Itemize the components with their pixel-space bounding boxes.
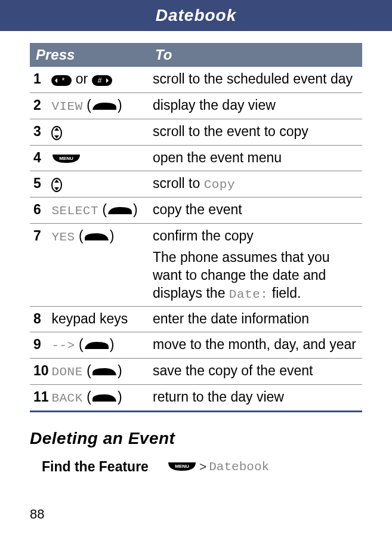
soft-key-label: YES: [51, 230, 75, 244]
col-press: Press: [30, 43, 149, 67]
svg-rect-3: [92, 75, 112, 86]
menu-key-icon: MENU: [51, 150, 81, 168]
table-row: 8 keypad keys enter the date information: [30, 307, 362, 332]
table-row: 7 YES ( ) confirm the copy The phone ass…: [30, 224, 362, 307]
svg-marker-11: [54, 180, 59, 183]
step-description: return to the day view: [149, 384, 362, 411]
step-number: 10: [33, 362, 48, 380]
left-soft-icon: [91, 363, 118, 381]
press-text: keypad keys: [51, 311, 128, 326]
left-soft-icon: [84, 228, 110, 246]
step-number: 5: [33, 175, 48, 193]
step-extra: The phone assumes that you want to chang…: [153, 245, 356, 303]
step-description: scroll to the event to copy: [149, 119, 362, 145]
or-text: or: [76, 71, 92, 87]
step-number: 3: [33, 123, 48, 141]
table-row: 6 SELECT ( ) copy the event: [30, 197, 362, 224]
right-soft-icon: [84, 337, 110, 354]
table-row: 2 VIEW ( ) display the day view: [30, 92, 362, 119]
soft-key-label: BACK: [51, 391, 82, 405]
table-row: 3 scroll to the event to copy: [30, 119, 362, 145]
step-description: display the day view: [149, 92, 362, 119]
page-title: Datebook: [156, 6, 237, 24]
table-row: 4 MENU open the event menu: [30, 145, 362, 171]
step-number: 7: [33, 227, 48, 245]
svg-text:MENU: MENU: [60, 156, 74, 161]
step-description: copy the event: [149, 197, 362, 224]
table-row: 11 BACK ( ) return to the day view: [30, 384, 362, 411]
step-description: save the copy of the event: [149, 358, 362, 384]
step-description: confirm the copy: [153, 227, 356, 245]
nav-scroll-icon: [51, 175, 62, 193]
col-to: To: [149, 43, 362, 67]
step-number: 1: [33, 70, 48, 88]
soft-key-label: DONE: [51, 365, 82, 379]
soft-key-label: SELECT: [51, 204, 98, 218]
left-soft-icon: [91, 389, 118, 407]
feature-path: Datebook: [209, 460, 269, 474]
table-header-row: Press To: [30, 43, 362, 67]
svg-text:#: #: [97, 76, 101, 85]
step-number: 11: [33, 388, 48, 406]
hash-key-icon: #: [92, 71, 112, 89]
step-number: 4: [33, 149, 48, 167]
soft-key-label: VIEW: [51, 100, 82, 113]
step-description: scroll to: [153, 175, 204, 191]
step-description: open the event menu: [149, 145, 362, 171]
step-description: enter the date information: [149, 307, 362, 332]
page-number: 88: [30, 507, 44, 522]
table-row: 5 scroll to Copy: [30, 171, 362, 197]
menu-key-icon: MENU: [167, 461, 197, 473]
step-number: 6: [33, 201, 48, 219]
table-row: 1 * or # scroll to the scheduled event d…: [30, 67, 362, 92]
svg-text:MENU: MENU: [175, 464, 189, 469]
soft-text: Copy: [204, 178, 235, 192]
step-number: 9: [33, 336, 48, 354]
right-soft-icon: [91, 97, 118, 115]
step-number: 2: [33, 97, 48, 115]
page-header: Datebook: [0, 0, 392, 31]
step-description: scroll to the scheduled event day: [149, 67, 362, 92]
step-number: 8: [33, 310, 48, 328]
gt-separator: >: [199, 459, 206, 474]
steps-table: Press To 1 * or #: [30, 43, 362, 412]
star-key-icon: *: [51, 71, 72, 89]
soft-key-label: -->: [51, 339, 75, 353]
table-row: 9 --> ( ) move to the month, day, and ye…: [30, 332, 362, 359]
find-feature-label: Find the Feature: [42, 459, 167, 475]
nav-scroll-icon: [51, 124, 62, 141]
section-heading: Deleting an Event: [30, 429, 362, 448]
svg-marker-8: [54, 135, 59, 138]
content-area: Press To 1 * or #: [0, 31, 392, 475]
svg-marker-7: [54, 128, 59, 131]
find-feature-line: Find the Feature MENU > Datebook: [42, 459, 362, 475]
svg-text:*: *: [62, 76, 65, 85]
table-row: 10 DONE ( ) save the copy of the event: [30, 358, 362, 384]
svg-marker-12: [54, 187, 59, 190]
step-description: move to the month, day, and year: [149, 332, 362, 359]
right-soft-icon: [107, 202, 133, 220]
